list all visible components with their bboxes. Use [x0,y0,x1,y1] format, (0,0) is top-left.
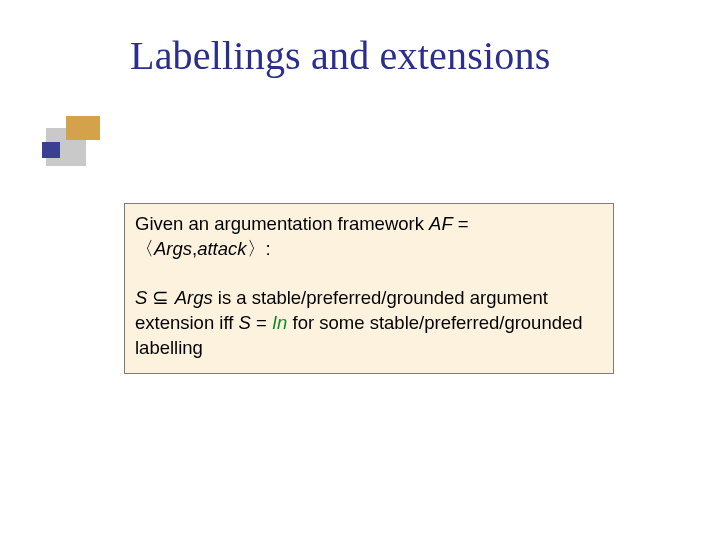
p2-for: for some stable/preferred/grounded [287,312,582,333]
paragraph-2: S ⊆ Args is a stable/preferred/grounded … [135,284,603,361]
p2-Seq: S [239,312,251,333]
p2-In: In [272,312,287,333]
gold-square-icon [66,116,100,140]
p2-text-a: is a stable/preferred/grounded [213,287,470,308]
p1-args: Args [154,238,192,259]
p2-iff: iff [214,312,238,333]
p1-eq: = [453,213,469,234]
p2-args: Args [175,287,213,308]
p1-af: AF [429,213,453,234]
p2-S: S [135,287,152,308]
p2-labelling: labelling [135,337,203,358]
p1-rangle: 〉: [247,238,271,259]
content-box: Given an argumentation framework AF = 〈A… [124,203,614,374]
corner-squares-icon [42,116,106,168]
paragraph-1: Given an argumentation framework AF = 〈A… [135,212,603,262]
subset-icon: ⊆ [152,286,169,308]
p1-langle: 〈 [135,238,154,259]
p2-eqsym: = [251,312,272,333]
slide: Labellings and extensions Given an argum… [0,0,720,540]
p1-attack: attack [197,238,246,259]
p1-text-a: Given an argumentation framework [135,213,429,234]
navy-square-icon [42,142,60,158]
slide-title: Labellings and extensions [130,32,550,79]
